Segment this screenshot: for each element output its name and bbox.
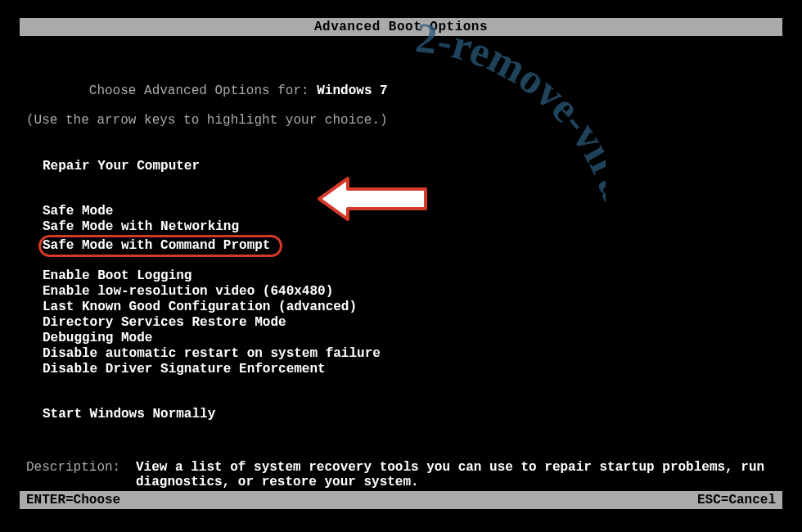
page-title: Advanced Boot Options <box>314 20 488 34</box>
menu-item-start-normally[interactable]: Start Windows Normally <box>43 407 215 422</box>
intro-hint: (Use the arrow keys to highlight your ch… <box>26 113 782 128</box>
description-block: Description: View a list of system recov… <box>26 460 782 489</box>
menu-item-safemode-cmd[interactable]: Safe Mode with Command Prompt <box>38 235 282 257</box>
intro-block: Choose Advanced Options for: Windows 7 (… <box>26 69 782 128</box>
menu-item-safemode[interactable]: Safe Mode <box>43 204 113 219</box>
intro-prefix: Choose Advanced Options for: <box>89 83 317 98</box>
menu-group-1: Repair Your Computer <box>43 159 782 174</box>
os-name: Windows 7 <box>317 83 387 98</box>
menu-item-safemode-networking[interactable]: Safe Mode with Networking <box>43 219 239 235</box>
menu-item-dsrm[interactable]: Directory Services Restore Mode <box>43 315 286 331</box>
description-label: Description: <box>26 460 136 489</box>
menu-group-3: Enable Boot Logging Enable low-resolutio… <box>43 268 782 377</box>
menu-item-lkg[interactable]: Last Known Good Configuration (advanced) <box>43 300 357 315</box>
menu-item-disable-restart[interactable]: Disable automatic restart on system fail… <box>43 346 381 362</box>
menu-item-repair[interactable]: Repair Your Computer <box>43 159 200 174</box>
title-bar: Advanced Boot Options <box>20 18 782 36</box>
arrow-callout-icon <box>303 174 434 228</box>
description-text: View a list of system recovery tools you… <box>136 460 782 489</box>
footer-enter: ENTER=Choose <box>26 493 120 507</box>
menu-item-boot-logging[interactable]: Enable Boot Logging <box>43 268 191 284</box>
footer-bar: ENTER=Choose ESC=Cancel <box>20 491 782 509</box>
menu-item-lowres[interactable]: Enable low-resolution video (640x480) <box>43 284 333 300</box>
menu-item-disable-driver-sig[interactable]: Disable Driver Signature Enforcement <box>43 362 326 377</box>
menu-group-4: Start Windows Normally <box>43 407 782 422</box>
menu-item-debugging[interactable]: Debugging Mode <box>43 331 152 346</box>
footer-esc: ESC=Cancel <box>697 493 776 507</box>
